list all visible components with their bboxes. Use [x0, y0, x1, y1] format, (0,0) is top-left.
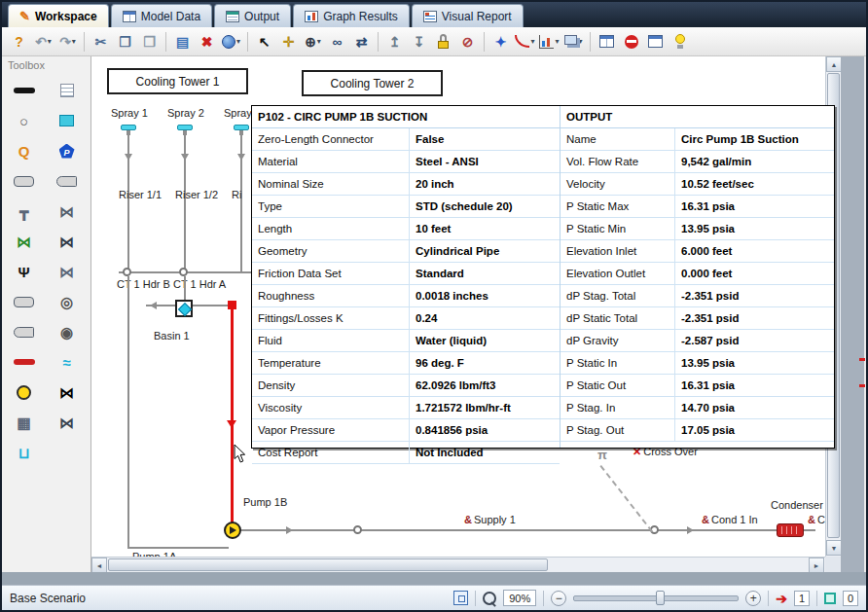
crossover-valve-icon[interactable]: π [597, 448, 607, 462]
junction-ct1-hdr-a[interactable] [179, 268, 188, 276]
heat-exchanger-tool[interactable]: ≈ [53, 352, 82, 372]
copy-button[interactable]: ❐ [114, 30, 136, 54]
spray-node-1[interactable] [121, 125, 136, 130]
output-window-button[interactable] [644, 30, 667, 54]
assigned-pressure-tool[interactable] [53, 141, 82, 161]
pipe-label-cond-2: &Con [808, 514, 825, 525]
zoom-slider[interactable] [573, 595, 739, 601]
pipe-pump-1a-suction[interactable] [127, 547, 229, 549]
junction-ct1-hdr-b[interactable] [123, 268, 131, 276]
cooling-tower-2-box[interactable]: Cooling Tower 2 [302, 70, 443, 96]
pipe-inlet-button[interactable]: ↥ [383, 30, 406, 54]
web-dropdown-icon[interactable]: ▾ [236, 37, 240, 46]
zoom-out-button[interactable]: − [551, 591, 566, 606]
scroll-down-button[interactable]: ▼ [826, 540, 842, 556]
quick-tips-button[interactable] [669, 30, 691, 54]
web-button[interactable]: ▾ [220, 30, 242, 54]
scroll-right-button[interactable]: ► [809, 558, 824, 573]
zoom-dropdown-icon[interactable]: ▾ [317, 37, 321, 46]
area-change-tool[interactable] [10, 292, 39, 311]
assigned-flow-tool[interactable]: Q [10, 141, 39, 161]
branch-tool[interactable] [10, 171, 39, 191]
workspace-layers-dropdown-icon[interactable]: ▾ [578, 37, 582, 46]
jet-pump-tool[interactable] [10, 352, 39, 372]
cut-button[interactable]: ✂ [90, 30, 112, 54]
pipe-property-value: 62.0926 lbm/ft3 [410, 375, 560, 396]
pipe-crossover-dashed[interactable] [599, 465, 653, 532]
relief-valve-tool[interactable]: ⋈ [53, 262, 82, 281]
annotation-tool[interactable] [53, 81, 82, 100]
bend-tool[interactable] [53, 171, 82, 191]
screen-tool[interactable]: ◉ [53, 322, 82, 342]
scroll-left-button[interactable]: ◄ [91, 558, 107, 573]
paste-button[interactable]: ❒ [138, 30, 161, 54]
volume-balance-tool[interactable]: ⊔ [10, 443, 39, 462]
tile-windows-button[interactable] [596, 30, 618, 54]
spray-discharge-tool[interactable]: Ψ [10, 262, 39, 281]
check-valve-tool[interactable]: ⋈ [10, 232, 39, 251]
control-valve-tool[interactable]: ⋈ [53, 232, 82, 251]
venturi-tool[interactable] [10, 322, 39, 342]
swap-button[interactable]: ⇄ [350, 30, 373, 54]
pipe-ct1-drop[interactable] [127, 276, 129, 549]
three-way-valve-tool[interactable]: ⋈ [53, 382, 82, 402]
basin-1-node[interactable] [175, 300, 193, 317]
scroll-up-button[interactable]: ▲ [826, 56, 842, 72]
tab-graph-results[interactable]: Graph Results [293, 4, 410, 27]
tab-output[interactable]: Output [214, 4, 291, 27]
zoom-icon: ⊕ [305, 35, 316, 49]
undo-dropdown-icon[interactable]: ▾ [48, 37, 52, 46]
pump-tool[interactable] [10, 382, 39, 402]
zoom-level[interactable]: 90% [503, 590, 536, 606]
pump-1b-node[interactable] [224, 522, 241, 539]
horizontal-scrollbar[interactable]: ◄ ► [91, 557, 825, 572]
find-button[interactable]: ∞ [326, 30, 348, 54]
valve-tool[interactable]: ⋈ [53, 201, 82, 221]
pan-hand-button[interactable]: ✛ [277, 30, 300, 54]
fit-to-window-icon[interactable] [453, 591, 468, 605]
lock-button[interactable] [432, 30, 454, 54]
redo-dropdown-icon[interactable]: ▾ [72, 37, 76, 46]
tab-workspace[interactable]: ✎Workspace [8, 4, 109, 27]
pipe-ct1-header[interactable] [119, 271, 261, 273]
pipe-p102-circ-pump-1b-suction[interactable] [231, 306, 234, 531]
pipe-drawing-button[interactable]: ▾ [514, 30, 536, 54]
run-model-button[interactable]: ✦ [489, 30, 512, 54]
pipe-drawing-dropdown-icon[interactable]: ▾ [530, 37, 534, 46]
zoom-slider-thumb[interactable] [656, 591, 665, 605]
no-entry-button[interactable] [620, 30, 642, 54]
tab-visual-report[interactable]: Visual Report [412, 4, 524, 27]
zoom-button[interactable]: ⊕▾ [302, 30, 324, 54]
pipe-discharge-main[interactable] [241, 529, 815, 531]
print-button[interactable]: ▤ [171, 30, 194, 54]
gate-valve-tool[interactable]: ⋈ [53, 413, 82, 432]
delete-button[interactable]: ✖ [196, 30, 218, 54]
three-way-valve-tool-icon: ⋈ [59, 385, 74, 400]
junction-supply[interactable] [353, 525, 362, 534]
redo-button[interactable]: ↷▾ [56, 30, 79, 54]
pipe-basin-suction[interactable] [193, 305, 230, 306]
zoom-in-button[interactable]: + [745, 591, 761, 606]
horizontal-scrollbar-thumb[interactable] [108, 558, 548, 571]
undo-button[interactable]: ↶▾ [32, 30, 54, 54]
orifice-tool[interactable]: ◎ [53, 292, 82, 311]
reservoir-tool[interactable] [53, 111, 82, 130]
profile-graph-button[interactable]: ▾ [538, 30, 561, 54]
profile-graph-dropdown-icon[interactable]: ▾ [555, 37, 559, 46]
flow-count: 1 [794, 591, 810, 606]
tab-model-data[interactable]: Model Data [111, 4, 212, 27]
workspace-layers-button[interactable]: ▾ [562, 30, 585, 54]
help-button[interactable]: ? [8, 30, 30, 54]
spray-node-3[interactable] [234, 125, 249, 130]
break-tool[interactable]: ○ [10, 111, 39, 130]
pipe-outlet-button[interactable]: ↧ [408, 30, 430, 54]
tee-wye-tool[interactable]: ┳ [10, 201, 39, 221]
condenser-node[interactable] [777, 523, 804, 537]
cooling-tower-1-box[interactable]: Cooling Tower 1 [107, 68, 248, 94]
pipe-basin-drop[interactable] [184, 276, 186, 302]
general-component-tool[interactable]: ▦ [10, 413, 39, 432]
spray-node-2[interactable] [177, 125, 193, 130]
select-arrow-button[interactable]: ↖ [253, 30, 275, 54]
pipe-tool[interactable] [10, 81, 39, 100]
special-conditions-button[interactable]: ⊘ [456, 30, 479, 54]
